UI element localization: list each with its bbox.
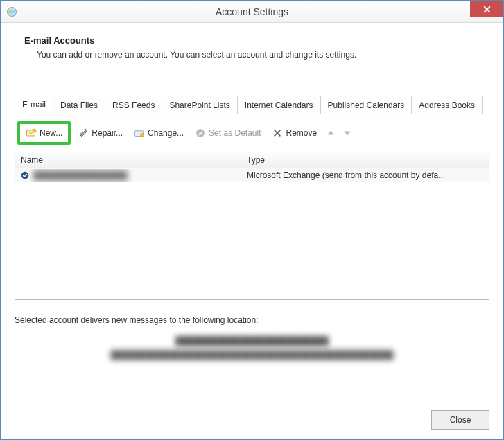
arrow-down-icon (343, 129, 351, 137)
default-account-icon (21, 171, 29, 179)
account-list: Name Type ████████████████ Microsoft Exc… (15, 152, 489, 300)
delivery-location-detail: ██████████████████████████ █████████████… (15, 336, 489, 360)
button-bar: Close (431, 410, 489, 430)
change-button-label: Change... (148, 128, 184, 138)
delivery-location-line1: ██████████████████████████ (15, 336, 489, 346)
tabstrip: E-mail Data Files RSS Feeds SharePoint L… (15, 93, 489, 114)
change-button[interactable]: Change... (130, 125, 188, 141)
tab-published-calendars[interactable]: Published Calendars (320, 96, 412, 114)
account-name: ████████████████ (33, 170, 128, 180)
column-header-name[interactable]: Name (15, 152, 241, 168)
close-button[interactable]: Close (431, 410, 489, 430)
tab-rss-feeds[interactable]: RSS Feeds (105, 96, 162, 114)
svg-point-2 (33, 129, 36, 132)
page-description: You can add or remove an account. You ca… (24, 50, 489, 60)
close-icon (483, 6, 491, 13)
header-block: E-mail Accounts You can add or remove an… (15, 35, 489, 71)
tab-sharepoint-lists[interactable]: SharePoint Lists (162, 96, 237, 114)
window-close-button[interactable] (470, 1, 503, 17)
remove-button-label: Remove (286, 128, 317, 138)
account-type: Microsoft Exchange (send from this accou… (241, 169, 489, 182)
arrow-up-icon (327, 129, 335, 137)
tab-data-files[interactable]: Data Files (53, 96, 105, 114)
folder-change-icon (134, 127, 145, 139)
svg-rect-4 (135, 131, 144, 132)
new-button-label: New... (40, 128, 62, 138)
account-row[interactable]: ████████████████ Microsoft Exchange (sen… (15, 168, 489, 182)
app-icon (6, 6, 17, 17)
window-title: Account Settings (1, 6, 503, 17)
toolbar: New... Repair... Change... (15, 114, 489, 152)
titlebar: Account Settings (1, 1, 503, 23)
set-default-button[interactable]: Set as Default (191, 125, 265, 141)
tab-internet-calendars[interactable]: Internet Calendars (237, 96, 321, 114)
set-default-button-label: Set as Default (209, 128, 261, 138)
highlight-new: New... (17, 121, 71, 145)
remove-button[interactable]: Remove (268, 125, 321, 141)
move-up-button[interactable] (324, 128, 338, 138)
repair-button-label: Repair... (92, 128, 123, 138)
delivery-location-line2: ████████████████████████████████████████… (15, 350, 489, 360)
svg-point-6 (196, 129, 205, 137)
column-header-type[interactable]: Type (241, 152, 489, 168)
list-header: Name Type (15, 152, 489, 168)
move-down-button[interactable] (340, 128, 354, 138)
check-circle-icon (195, 127, 206, 139)
page-title: E-mail Accounts (24, 35, 489, 46)
delivery-location-label: Selected account delivers new messages t… (15, 315, 489, 325)
tab-email[interactable]: E-mail (15, 94, 53, 114)
x-icon (272, 127, 283, 139)
svg-point-5 (141, 134, 144, 137)
envelope-new-icon (26, 127, 37, 139)
repair-button[interactable]: Repair... (73, 125, 127, 141)
wrench-icon (78, 127, 89, 139)
tab-address-books[interactable]: Address Books (411, 96, 483, 114)
new-button[interactable]: New... (21, 125, 67, 141)
